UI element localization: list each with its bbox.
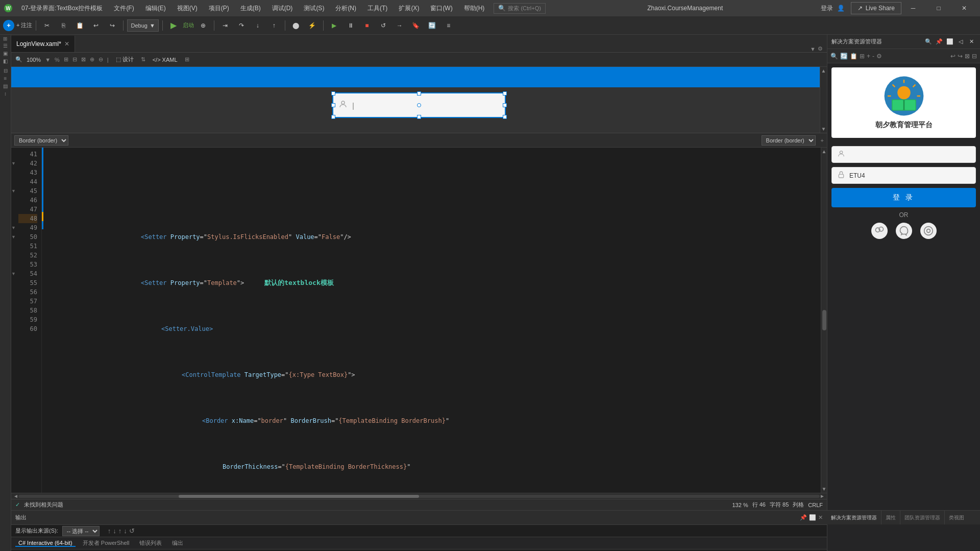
- menu-extensions[interactable]: 扩展(X): [394, 0, 424, 16]
- menu-debug[interactable]: 调试(D): [267, 0, 298, 16]
- attach-button[interactable]: ⊕: [196, 19, 210, 32]
- annotation-label[interactable]: + 注注: [16, 21, 32, 29]
- scroll-left[interactable]: ◄: [13, 493, 18, 499]
- menu-build[interactable]: 生成(B): [235, 0, 266, 16]
- se-tb-expand[interactable]: +: [867, 53, 870, 60]
- weibo-login-btn[interactable]: [920, 223, 937, 239]
- live-share-button[interactable]: ↗ Live Share: [851, 2, 901, 14]
- design-button[interactable]: ⬚ 设计: [113, 55, 137, 64]
- password-input-row[interactable]: ETU4: [831, 167, 976, 184]
- login-submit-button[interactable]: 登 录: [831, 188, 976, 207]
- border-selector-left[interactable]: Border (border): [14, 135, 68, 146]
- textbox-preview-widget[interactable]: [332, 92, 506, 118]
- collapse-49[interactable]: ▼: [11, 223, 18, 232]
- tab-class-view[interactable]: 类视图: [945, 511, 968, 524]
- status-zoom[interactable]: 132 %: [732, 502, 748, 508]
- expand-icon[interactable]: ⊞: [185, 56, 189, 63]
- refresh-button[interactable]: 🔄: [425, 19, 439, 32]
- output-float-btn[interactable]: ⬜: [809, 514, 816, 521]
- activity-item4[interactable]: ◧: [3, 58, 8, 64]
- tab-properties[interactable]: 属性: [881, 511, 900, 524]
- se-search-icon[interactable]: 🔍: [924, 37, 933, 46]
- se-float-icon[interactable]: ⬜: [945, 37, 954, 46]
- menu-project[interactable]: 项目(P): [204, 0, 234, 16]
- start-label[interactable]: 启动: [183, 21, 194, 29]
- maximize-button[interactable]: □: [927, 0, 950, 16]
- se-tb-right4[interactable]: ⊟: [972, 53, 977, 60]
- horizontal-scrollbar[interactable]: ◄ ►: [11, 493, 827, 499]
- output-tab-powershell[interactable]: 开发者 PowerShell: [80, 539, 133, 547]
- center-handle[interactable]: [417, 103, 421, 107]
- qq-login-btn[interactable]: [896, 223, 912, 239]
- tab-loginview[interactable]: LoginView.xaml* ✕: [11, 36, 75, 52]
- collapse-45[interactable]: ▼: [11, 186, 18, 196]
- handle-tl[interactable]: [331, 91, 335, 95]
- login-btn[interactable]: 登录: [821, 4, 833, 13]
- redo-button[interactable]: ↪: [105, 19, 119, 32]
- minimize-button[interactable]: ─: [901, 0, 925, 16]
- start-button[interactable]: ▶: [166, 19, 181, 32]
- stop-button[interactable]: ■: [360, 19, 374, 32]
- se-arrow-icon[interactable]: ◁: [956, 37, 965, 46]
- se-tb-right1[interactable]: ↩: [950, 53, 955, 60]
- step-button[interactable]: ⇥: [218, 19, 232, 32]
- copy-button[interactable]: ⎘: [56, 19, 70, 32]
- debug-mode-dropdown[interactable]: Debug ▼: [127, 19, 158, 32]
- handle-tr[interactable]: [503, 91, 507, 95]
- output-pin-btn[interactable]: 📌: [800, 514, 807, 521]
- border-selector-right[interactable]: Border (border): [762, 135, 816, 146]
- vertical-scrollbar[interactable]: ▲ ▼: [821, 148, 827, 493]
- menu-edit[interactable]: 编辑(E): [140, 0, 171, 16]
- username-input-row[interactable]: [831, 146, 976, 163]
- scroll-up[interactable]: ▲: [822, 149, 827, 154]
- bookmark-button[interactable]: 🔖: [409, 19, 423, 32]
- step-over-button[interactable]: ↷: [234, 19, 249, 32]
- se-tb-refresh[interactable]: 🔄: [840, 53, 848, 60]
- paste-button[interactable]: 📋: [72, 19, 87, 32]
- tab-close-button[interactable]: ✕: [64, 40, 69, 47]
- activity-item5[interactable]: ⊟: [4, 68, 8, 74]
- output-close-btn[interactable]: ✕: [818, 514, 823, 521]
- wechat-login-btn[interactable]: [871, 223, 888, 239]
- activity-item7[interactable]: ▤: [3, 83, 8, 89]
- grid-view-btn2[interactable]: ⊟: [72, 56, 77, 63]
- se-tb-collapse[interactable]: -: [872, 53, 874, 60]
- output-tab-compile[interactable]: 编出: [169, 539, 186, 547]
- menu-help[interactable]: 帮助(H): [459, 0, 490, 16]
- se-tb-search[interactable]: 🔍: [830, 53, 838, 60]
- run-button2[interactable]: ▶: [327, 19, 341, 32]
- menu-test[interactable]: 测试(S): [299, 0, 329, 16]
- menu-tools[interactable]: 工具(T): [362, 0, 393, 16]
- output-btn4[interactable]: ↓: [124, 527, 127, 535]
- scroll-up-btn[interactable]: ▲: [821, 68, 826, 74]
- handle-mr[interactable]: [503, 103, 507, 107]
- se-tb-right3[interactable]: ⊠: [965, 53, 970, 60]
- add-border-btn[interactable]: +: [821, 137, 824, 143]
- zoom-in-btn[interactable]: ⊕: [90, 56, 94, 63]
- exception-button[interactable]: ⚡: [305, 19, 320, 32]
- scroll-right[interactable]: ►: [820, 493, 825, 499]
- breakpoint-button[interactable]: ⬤: [289, 19, 303, 32]
- collapse-50[interactable]: ▼: [11, 232, 18, 242]
- handle-bl[interactable]: [331, 115, 335, 119]
- tab-team-explorer[interactable]: 团队资源管理器: [900, 511, 945, 524]
- activity-item2[interactable]: ☰: [3, 43, 8, 49]
- tab-settings[interactable]: ⚙: [818, 45, 823, 52]
- se-tb-filter[interactable]: ⊞: [860, 53, 865, 60]
- tab-solution-explorer[interactable]: 解决方案资源管理器: [827, 511, 881, 524]
- activity-item[interactable]: ⊞: [3, 37, 8, 41]
- scroll-thumb[interactable]: [822, 310, 826, 330]
- se-pin-icon[interactable]: 📌: [935, 37, 944, 46]
- menu-analyze[interactable]: 分析(N): [330, 0, 361, 16]
- zoom-value[interactable]: 100%: [27, 57, 41, 63]
- se-tb-props[interactable]: 📋: [850, 53, 857, 60]
- output-btn1[interactable]: ↑: [108, 527, 111, 535]
- menu-window[interactable]: 窗口(W): [425, 0, 457, 16]
- close-button[interactable]: ✕: [952, 0, 976, 16]
- xaml-button[interactable]: </> XAML: [150, 56, 181, 64]
- collapse-54[interactable]: ▼: [11, 269, 18, 278]
- next-button[interactable]: →: [393, 19, 407, 32]
- zoom-percentage-btn[interactable]: %: [55, 57, 60, 63]
- output-btn5[interactable]: ↺: [129, 527, 135, 535]
- activity-item3[interactable]: ▣: [3, 51, 8, 56]
